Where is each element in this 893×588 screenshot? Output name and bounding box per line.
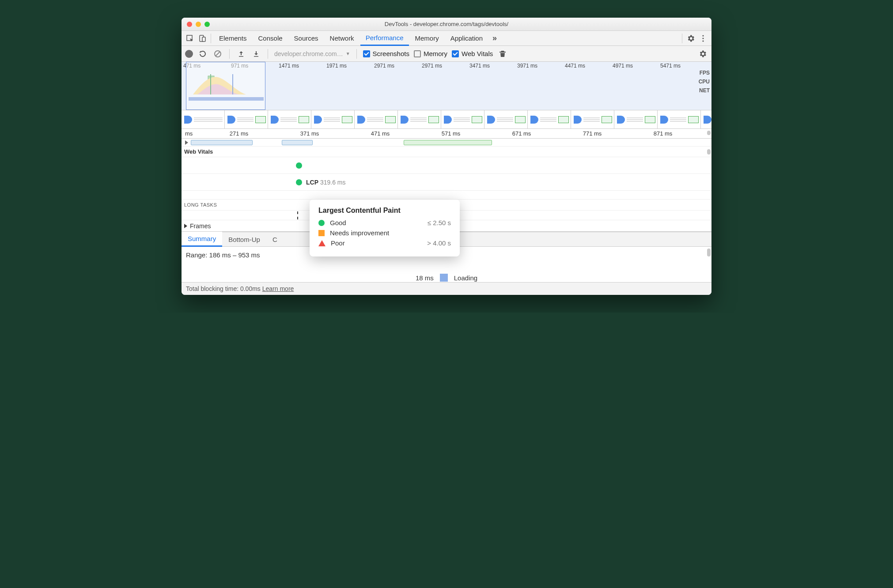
minimize-icon[interactable] [196, 22, 201, 27]
chevron-down-icon: ▼ [346, 51, 350, 56]
zoom-icon[interactable] [204, 22, 210, 27]
checkbox-icon [414, 50, 421, 57]
record-button[interactable] [185, 50, 193, 58]
tab-summary[interactable]: Summary [182, 232, 222, 247]
filmstrip-frame[interactable] [701, 110, 711, 128]
scrollbar[interactable] [707, 149, 711, 155]
download-profile-icon[interactable] [251, 49, 261, 59]
screenshots-checkbox[interactable]: Screenshots [363, 50, 409, 57]
filmstrip-frame[interactable] [225, 110, 268, 128]
traffic-lights [187, 22, 210, 27]
checkbox-icon [363, 50, 370, 57]
expand-icon[interactable] [184, 224, 187, 228]
more-tabs-icon[interactable]: » [489, 33, 500, 44]
detail-ruler[interactable]: ms 271 ms 371 ms 471 ms 571 ms 671 ms 77… [182, 129, 711, 139]
tooltip-row-poor: Poor > 4.00 s [318, 239, 451, 247]
upload-profile-icon[interactable] [236, 49, 246, 59]
recording-label: developer.chrome.com… [274, 50, 343, 57]
main-tabstrip: Elements Console Sources Network Perform… [182, 31, 711, 46]
learn-more-link[interactable]: Learn more [262, 285, 294, 292]
tooltip-row-good: Good ≤ 2.50 s [318, 219, 451, 226]
device-toggle-icon[interactable] [197, 33, 208, 44]
web-vitals-checkbox[interactable]: Web Vitals [452, 50, 493, 57]
svg-point-3 [702, 35, 704, 36]
divider [356, 49, 357, 59]
inspect-icon[interactable] [184, 33, 196, 44]
filmstrip-frame[interactable] [571, 110, 614, 128]
screenshot-filmstrip[interactable] [182, 110, 711, 129]
filmstrip-frame[interactable] [484, 110, 528, 128]
overview-timeline[interactable]: 471 ms971 ms 1471 ms1971 ms 2971 ms2971 … [182, 62, 711, 110]
filmstrip-frame[interactable] [182, 110, 225, 128]
legend-label: Loading [454, 274, 477, 282]
filmstrip-frame[interactable] [614, 110, 658, 128]
overview-lane-labels: FPS CPU NET [699, 70, 710, 94]
tooltip-title: Largest Contentful Paint [318, 207, 451, 215]
summary-legend-row: 18 ms Loading [186, 274, 707, 282]
fcp-marker[interactable] [296, 162, 302, 169]
devtools-window: DevTools - developer.chrome.com/tags/dev… [182, 18, 711, 295]
web-vitals-panel: Web Vitals LCP 319.6 ms LONG TASKS Frame… [182, 147, 711, 232]
lcp-marker[interactable] [296, 179, 302, 185]
divider [268, 49, 268, 59]
filmstrip-frame[interactable] [268, 110, 311, 128]
tab-network[interactable]: Network [325, 31, 359, 46]
checkbox-icon [452, 50, 459, 57]
svg-point-4 [702, 38, 704, 39]
web-vitals-header: Web Vitals [182, 147, 711, 157]
web-vitals-lane[interactable] [182, 157, 711, 174]
filmstrip-frame[interactable] [398, 110, 441, 128]
tooltip-row-ni: Needs improvement [318, 229, 451, 237]
tab-call-tree[interactable]: C [266, 232, 284, 247]
poor-icon [318, 240, 325, 246]
divider [229, 49, 230, 59]
scrollbar[interactable] [707, 249, 711, 256]
scrollbar[interactable] [707, 131, 711, 135]
garbage-collect-icon[interactable] [497, 49, 508, 59]
filmstrip-frame[interactable] [441, 110, 484, 128]
titlebar[interactable]: DevTools - developer.chrome.com/tags/dev… [182, 18, 711, 31]
settings-icon[interactable] [685, 33, 696, 44]
tab-memory[interactable]: Memory [410, 31, 444, 46]
capture-settings-icon[interactable] [697, 49, 708, 59]
tab-sources[interactable]: Sources [289, 31, 324, 46]
svg-point-5 [702, 40, 704, 41]
performance-toolbar: developer.chrome.com… ▼ Screenshots Memo… [182, 46, 711, 62]
close-icon[interactable] [187, 22, 192, 27]
lcp-label: LCP 319.6 ms [306, 179, 345, 186]
tbt-text: Total blocking time: 0.00ms [186, 285, 261, 292]
recording-selector[interactable]: developer.chrome.com… ▼ [274, 50, 350, 57]
divider [211, 34, 211, 43]
svg-line-7 [216, 52, 220, 56]
network-track[interactable] [182, 139, 711, 147]
overview-selection-handle[interactable] [186, 62, 265, 110]
clear-button[interactable] [212, 49, 223, 59]
filmstrip-frame[interactable] [528, 110, 571, 128]
filmstrip-frame[interactable] [658, 110, 701, 128]
lcp-lane[interactable]: LCP 319.6 ms [182, 174, 711, 191]
needs-improvement-icon [318, 230, 325, 236]
filmstrip-frame[interactable] [311, 110, 355, 128]
tab-performance[interactable]: Performance [360, 31, 409, 46]
tab-application[interactable]: Application [445, 31, 488, 46]
task-marker [297, 211, 298, 219]
expand-icon[interactable] [185, 140, 188, 145]
tab-bottom-up[interactable]: Bottom-Up [222, 232, 266, 247]
svg-rect-2 [202, 37, 205, 41]
kebab-menu-icon[interactable] [697, 33, 709, 44]
lcp-tooltip: Largest Contentful Paint Good ≤ 2.50 s N… [310, 200, 460, 256]
good-dot-icon [318, 220, 325, 226]
legend-value: 18 ms [416, 274, 434, 282]
reload-record-button[interactable] [197, 49, 208, 59]
status-bar: Total blocking time: 0.00ms Learn more [182, 282, 711, 295]
memory-checkbox[interactable]: Memory [414, 50, 447, 57]
tab-console[interactable]: Console [253, 31, 288, 46]
divider [682, 34, 682, 43]
filmstrip-frame[interactable] [355, 110, 398, 128]
window-title: DevTools - developer.chrome.com/tags/dev… [182, 21, 711, 27]
legend-swatch-loading [440, 274, 448, 282]
tab-elements[interactable]: Elements [214, 31, 252, 46]
